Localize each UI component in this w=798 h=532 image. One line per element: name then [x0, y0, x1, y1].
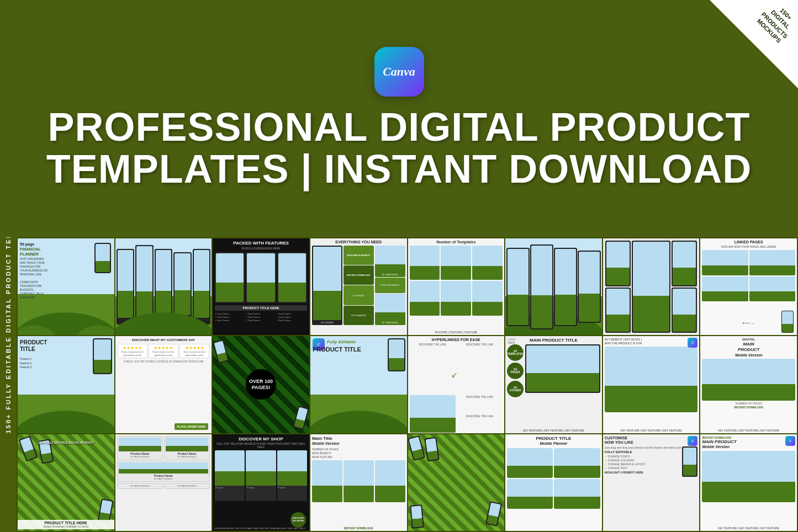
mockup-cell-r1c7: [603, 238, 700, 335]
mockup-cell-r3c6: PRODUCT TITLEMobile Planner: [505, 434, 602, 531]
mockup-cell-r1c8: LINKED PAGES EXPLAIN HOW YOUR PAGES ARE …: [700, 238, 797, 335]
mockup-cell-r2c8: DIGITAL MAINPRODUCTMobile Version NUMBER…: [700, 336, 797, 433]
main-headline: PROFESSIONAL DIGITAL PRODUCT TEMPLATES |…: [24, 107, 774, 190]
headline-line1: PROFESSIONAL DIGITAL PRODUCT: [47, 105, 750, 149]
top-right-badge: 150+DIGITALPRODUCTSMOCKUPS: [710, 0, 798, 88]
mockup-cell-r1c6: [505, 238, 602, 335]
mockup-cell-r2c3: OVER 100PAGES!: [213, 336, 309, 433]
mockup-cell-r1c2: [115, 238, 212, 335]
mockup-cell-r1c4: EVERYTHING YOU NEED XX COVERS DESCRIBE A…: [310, 238, 407, 335]
mockup-cell-r3c1: PRODUCT TITLE HERE Instant Download | Ed…: [18, 434, 114, 531]
badge-text: 150+DIGITALPRODUCTSMOCKUPS: [754, 0, 798, 46]
svg-point-5: [18, 411, 114, 433]
mockup-cell-r2c6: MAIN PRODUCT TITLE XXTEMPLATES XXPAGES X…: [505, 336, 602, 433]
mockup-cell-r2c7: C KEY BENEFIT | KEY DETAIL |WHO THE PROD…: [603, 336, 700, 433]
mockup-cell-r3c7: C CUSTOMISEHOW YOU LIKE Just drag and dr…: [603, 434, 700, 531]
mockup-cell-r2c4: C Fully Editable PRODUCT TITLE: [310, 336, 407, 433]
mockup-cell-r2c2: DISCOVER WHAT MY CUSTOMERS SAY ★★★★★ Som…: [115, 336, 212, 433]
svg-point-3: [115, 312, 212, 335]
mockup-cell-r3c5: [408, 434, 505, 531]
mockup-cell-r1c3: PACKED WITH FEATURES PLACE A SUBHEADING …: [213, 238, 309, 335]
svg-point-6: [310, 411, 407, 433]
top-section: 150+DIGITALPRODUCTSMOCKUPS Canva PROFESS…: [0, 0, 798, 237]
canva-logo: Canva: [374, 47, 424, 97]
mockup-cell-r3c3: DISCOVER MY SHOP CALL OUT RELATED PRODUC…: [213, 434, 309, 531]
mockup-cell-r1c5: Number of Templates FEATURE | FEATURE | …: [408, 238, 505, 335]
mockup-cell-r1c1: 50 pageFINANCIALPLANNER STAY ORGANISEDAN…: [18, 238, 114, 335]
mockup-cell-r3c8: INSTANT DOWNLOAD MAIN PRODUCTMobile Vers…: [700, 434, 797, 531]
main-container: 150+ FULLY EDITABLE DIGITAL PRODUCT TEMP…: [0, 0, 798, 532]
mockup-cell-r3c2: Product Name XX PAGE BUNDLE Product Name…: [115, 434, 212, 531]
headline-line2: TEMPLATES | INSTANT DOWNLOAD: [46, 147, 752, 191]
mockup-cell-r2c5: HYPERLINKED FOR EASE DESCRIBE THE LINK D…: [408, 336, 505, 433]
mockup-grid: 50 pageFINANCIALPLANNER STAY ORGANISEDAN…: [17, 237, 798, 532]
canva-logo-text: Canva: [383, 65, 415, 79]
mockup-cell-r2c1: PRODUCTTITLE Feature 1Feature 2Feature 3: [18, 336, 114, 433]
mockup-cell-r3c4: Main TitleMobile Version NUMBER OF PAGES…: [310, 434, 407, 531]
